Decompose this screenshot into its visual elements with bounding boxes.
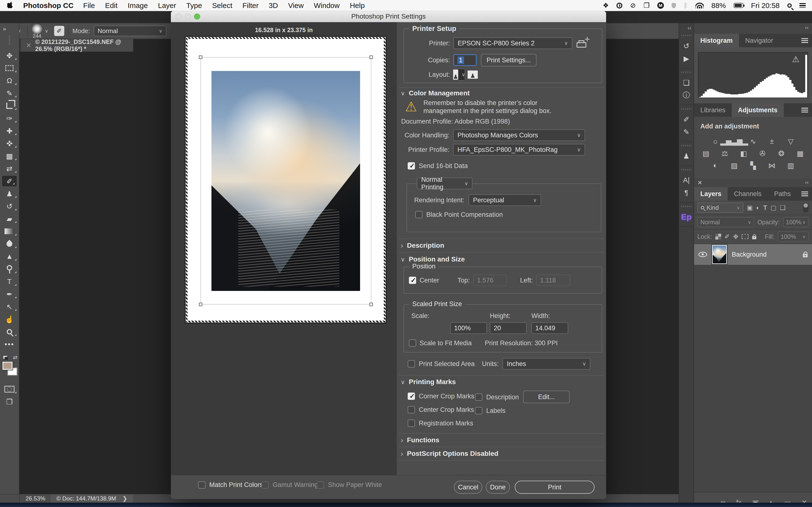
printer-select[interactable]: EPSON SC-P800 Series 2 [453, 38, 572, 49]
tab-histogram[interactable]: Histogram [694, 34, 739, 47]
warning-icon[interactable]: ⚠ [792, 55, 800, 63]
apple-menu[interactable] [7, 1, 13, 10]
height-input[interactable]: 20 [490, 322, 526, 334]
print-button[interactable]: Print [515, 481, 595, 494]
character-panel-icon[interactable]: A| [679, 174, 694, 186]
print-preview-image[interactable] [211, 71, 360, 291]
black-white-icon[interactable]: ◧ [738, 149, 749, 158]
history-brush-tool[interactable]: ↺ [0, 200, 19, 213]
hand-tool[interactable]: ☝ [0, 313, 19, 326]
ellipsis-tool[interactable]: ••• [0, 338, 19, 350]
print-mode-select[interactable]: Normal Printing [417, 178, 472, 189]
pbic[interactable]: fx [737, 499, 742, 503]
print-selected-area-checkbox[interactable] [408, 360, 415, 368]
mitem[interactable]: Help [350, 1, 365, 10]
edit-description-button[interactable]: Edit... [523, 391, 570, 403]
tab-navigator[interactable]: Navigator [739, 34, 779, 47]
path-selection-tool[interactable]: ↖ [0, 300, 19, 313]
document-size-cell[interactable]: © Doc: 144.7M/138.9M ❯ [51, 495, 133, 503]
dropbox-icon[interactable]: ❖ [603, 1, 609, 9]
mitem[interactable]: Edit [105, 1, 118, 10]
gradient-map-icon[interactable]: ▥ [785, 161, 796, 170]
dock-grip[interactable] [681, 169, 692, 170]
marquee-tool[interactable] [0, 62, 19, 74]
tab-channels[interactable]: Channels [728, 187, 768, 201]
brush-settings-panel-icon[interactable]: ✐ [679, 113, 694, 125]
dock-grip[interactable] [681, 206, 692, 207]
collapse-toolbar-icon[interactable]: » [3, 25, 6, 32]
top-input[interactable]: 1.576 [473, 275, 507, 286]
panel-menu-icon[interactable] [801, 38, 808, 43]
dock-grip[interactable] [681, 108, 692, 110]
spot-healing-tool[interactable]: ✚ [0, 125, 19, 137]
paper-preview[interactable] [185, 36, 387, 323]
actions-panel-icon[interactable]: ▶ [679, 52, 694, 65]
color-balance-icon[interactable]: ⚖ [719, 149, 730, 158]
labels-checkbox[interactable] [475, 407, 483, 414]
collapse-dock-icon[interactable]: ‹‹ [679, 23, 694, 32]
shield-icon[interactable] [672, 3, 676, 8]
channel-mixer-icon[interactable]: ❂ [776, 149, 786, 158]
clone-source-panel-icon[interactable]: ♟ [679, 150, 694, 162]
quick-selection-tool[interactable]: ✎ [0, 87, 19, 100]
mitem[interactable]: Select [212, 1, 232, 10]
selective-color-icon[interactable]: ⋈ [767, 161, 777, 170]
menubar-app-name[interactable]: Photoshop CC [23, 1, 73, 10]
brightness-contrast-icon[interactable]: ☼ [710, 137, 721, 146]
dodge-tool[interactable] [0, 263, 19, 275]
notification-center-icon[interactable] [800, 3, 806, 8]
vibrance-icon[interactable]: ▽ [785, 137, 796, 146]
layer-visibility-eye-icon[interactable] [698, 252, 707, 257]
move-tool[interactable]: ✥ [0, 49, 19, 62]
scale-to-fit-checkbox[interactable] [409, 339, 416, 347]
black-point-checkbox[interactable] [415, 211, 422, 218]
layout-landscape-button[interactable]: ♟ [467, 69, 478, 80]
panel-menu-icon[interactable] [801, 108, 808, 113]
toggle-brush-panel-button[interactable]: ✐ [54, 26, 64, 36]
crop-tool[interactable] [0, 100, 19, 112]
eyedropper-tool[interactable]: ✑ [0, 112, 19, 125]
type-tool[interactable]: T [0, 275, 19, 288]
document-tab[interactable]: ✕ © 20121229-_DSC1549.NEF @ 26.5% (RGB/1… [21, 39, 134, 52]
posterize-icon[interactable]: ▨ [729, 161, 740, 170]
dock-grip[interactable] [681, 35, 692, 36]
patch-tool[interactable]: ▩ [0, 150, 19, 162]
content-aware-move-tool[interactable]: ⇄ [0, 162, 19, 175]
window-manager-icon[interactable]: ❐ [644, 1, 650, 9]
maximize-traffic-light[interactable] [194, 13, 200, 19]
dialog-title-bar[interactable]: Photoshop Print Settings [171, 11, 606, 22]
lock-position-icon[interactable]: ✥ [733, 233, 739, 240]
layout-portrait-button[interactable]: ♟ [453, 69, 465, 80]
hue-saturation-icon[interactable]: ▤ [701, 149, 711, 158]
filter-smart-object-icon[interactable]: ❏ [780, 204, 785, 212]
onepassword-icon[interactable] [616, 3, 622, 8]
left-input[interactable]: 1.118 [536, 275, 570, 286]
layer-filter-toggle[interactable] [803, 203, 809, 213]
healing-brush-tool[interactable]: ✜ [0, 137, 19, 150]
collapse-icon[interactable]: ‹‹ [805, 179, 809, 186]
extension-panel-icon[interactable]: Ep [679, 211, 694, 223]
threshold-icon[interactable]: ▚ [748, 161, 758, 170]
screen-mode-tool[interactable]: ❐ [0, 395, 19, 408]
match-print-colors-checkbox[interactable] [198, 482, 205, 489]
bluetooth-icon[interactable]: ᛒ [684, 2, 688, 9]
layer-fill-field[interactable]: 100%∨ [778, 231, 809, 242]
position-size-header[interactable]: Position and Size [401, 256, 465, 263]
blend-mode-select[interactable]: Normal∨ [94, 25, 166, 36]
pbic[interactable]: ◐ [769, 499, 773, 503]
eraser-tool[interactable]: ▰ [0, 213, 19, 225]
pbic[interactable]: ▣ [752, 499, 759, 503]
mitem[interactable]: 3D [269, 1, 278, 10]
pbic[interactable]: ▭ [784, 499, 791, 503]
cancel-button[interactable]: Cancel [454, 481, 483, 494]
filter-shape-layers-icon[interactable]: ▢ [770, 204, 776, 212]
zoom-level[interactable]: 26.53% [26, 495, 45, 502]
spotlight-search-icon[interactable] [788, 3, 792, 8]
mitem[interactable]: Window [314, 1, 340, 10]
lock-transparency-icon[interactable] [715, 234, 721, 239]
gradient-tool[interactable] [0, 225, 19, 237]
properties-panel-icon[interactable]: ❑ [679, 76, 694, 89]
color-management-header[interactable]: Color Management [401, 89, 470, 97]
blur-tool[interactable] [0, 237, 19, 250]
layer-thumbnail[interactable] [712, 245, 727, 264]
